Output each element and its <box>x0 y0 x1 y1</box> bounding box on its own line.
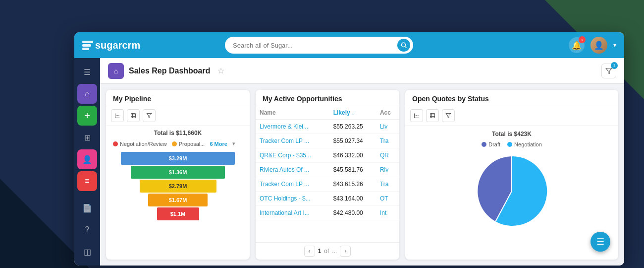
table-row: Tracker Com LP ... $55,027.34 Tra <box>256 134 399 148</box>
opportunities-body: Name Likely ↓ Acc Livermore & Klei. <box>256 106 399 242</box>
pipeline-total: Total is $11,660K <box>113 130 243 136</box>
opportunities-rows: Livermore & Klei... $55,263.25 Liv Track… <box>256 120 399 220</box>
opp-likely-3: $45,581.76 <box>329 163 376 177</box>
pipeline-legend: Negotiation/Review Proposal... 6 More ▾ <box>113 140 243 147</box>
pipeline-panel: My Pipeline <box>106 90 250 260</box>
funnel-bar-2: $1.36M <box>131 166 225 179</box>
opportunities-table: Name Likely ↓ Acc Livermore & Klei. <box>256 106 399 220</box>
pipeline-filter-button[interactable] <box>143 109 156 122</box>
sidebar-item-grid[interactable]: ⊞ <box>77 128 97 147</box>
proposal-dot <box>172 141 177 146</box>
opp-account-6[interactable]: Int <box>376 206 399 220</box>
sidebar-item-menu[interactable]: ☰ <box>77 62 97 82</box>
sidebar: ☰ ⌂ + ⊞ 👤 ≡ 📄 ? ◫ <box>74 58 100 266</box>
opportunities-panel: My Active Opportunities Name Likely ↓ <box>256 90 399 260</box>
svg-rect-3 <box>131 114 136 118</box>
dashboard-panels: My Pipeline <box>100 84 624 266</box>
favorite-star-icon[interactable]: ☆ <box>217 66 224 75</box>
opp-name-6[interactable]: International Art I... <box>256 206 329 220</box>
funnel-bar-4: $1.67M <box>148 194 208 206</box>
opp-likely-6: $42,480.00 <box>329 206 376 220</box>
notification-badge: 1 <box>579 36 586 43</box>
pie-chart <box>472 151 551 231</box>
opp-name-5[interactable]: OTC Holdings - $... <box>256 192 329 206</box>
opp-name-3[interactable]: Riviera Autos Of ... <box>256 163 329 177</box>
opp-account-4[interactable]: Tra <box>376 177 399 192</box>
col-likely[interactable]: Likely ↓ <box>329 106 376 120</box>
funnel-bar-5: $1.1M <box>157 207 199 220</box>
dashboard-header: ⌂ Sales Rep Dashboard ☆ 1 <box>100 58 624 84</box>
logo: sugarcrm <box>82 40 140 51</box>
table-row: Livermore & Klei... $55,263.25 Liv <box>256 120 399 134</box>
topbar: sugarcrm 🔔 1 👤 ▾ <box>74 32 624 58</box>
opp-account-0[interactable]: Liv <box>376 120 399 134</box>
opp-account-2[interactable]: QR <box>376 148 399 163</box>
opp-name-1[interactable]: Tracker Com LP ... <box>256 134 329 148</box>
svg-line-1 <box>405 47 407 48</box>
opp-account-1[interactable]: Tra <box>376 134 399 148</box>
quotes-body: Total is $423K Draft Negotiation <box>405 126 618 260</box>
opp-account-3[interactable]: Riv <box>376 163 399 177</box>
draft-dot <box>482 142 486 147</box>
search-input[interactable] <box>225 37 413 54</box>
notification-button[interactable]: 🔔 1 <box>569 37 585 53</box>
table-row: QR&E Corp - $35... $46,332.00 QR <box>256 148 399 163</box>
table-row: Tracker Com LP ... $43,615.26 Tra <box>256 177 399 192</box>
logo-text: sugarcrm <box>95 40 140 51</box>
next-page-button[interactable]: › <box>340 246 351 257</box>
sidebar-item-help[interactable]: ? <box>77 220 97 240</box>
avatar[interactable]: 👤 <box>590 37 607 54</box>
opp-likely-4: $43,615.26 <box>329 177 376 192</box>
topbar-right: 🔔 1 👤 ▾ <box>569 37 616 54</box>
quotes-table-view-button[interactable] <box>426 109 439 122</box>
opp-name-0[interactable]: Livermore & Klei... <box>256 120 329 134</box>
draft-label: Draft <box>488 141 500 147</box>
sidebar-item-list[interactable]: ≡ <box>77 171 97 191</box>
avatar-image: 👤 <box>590 37 607 54</box>
opp-account-5[interactable]: OT <box>376 192 399 206</box>
search-bar[interactable] <box>225 37 413 54</box>
legend-chevron-icon[interactable]: ▾ <box>232 140 235 147</box>
prev-page-button[interactable]: ‹ <box>304 246 315 257</box>
table-row: OTC Holdings - $... $43,164.00 OT <box>256 192 399 206</box>
more-button[interactable]: 6 More <box>210 141 227 147</box>
sugar-logo-icon <box>82 41 93 50</box>
opportunities-panel-title: My Active Opportunities <box>256 90 399 106</box>
opp-likely-5: $43,164.00 <box>329 192 376 206</box>
svg-rect-8 <box>430 114 435 118</box>
sort-icon: ↓ <box>352 110 354 116</box>
col-name: Name <box>256 106 329 120</box>
filter-badge: 1 <box>611 62 618 69</box>
quotes-chart-view-button[interactable] <box>410 109 423 122</box>
pipeline-body: Total is $11,660K Negotiation/Review Pro… <box>106 126 250 260</box>
proposal-label: Proposal... <box>179 141 205 147</box>
table-row: Riviera Autos Of ... $45,581.76 Riv <box>256 163 399 177</box>
svg-marker-12 <box>446 114 451 118</box>
col-account: Acc <box>376 106 399 120</box>
search-button[interactable] <box>397 39 410 52</box>
opp-name-4[interactable]: Tracker Com LP ... <box>256 177 329 192</box>
funnel-chart: $3.29M $1.36M $2.79M $1.67M $1.1M <box>113 152 243 220</box>
logo-layer-2 <box>82 44 91 47</box>
negotiation-label: Negotiation/Review <box>120 141 167 147</box>
quotes-filter-button[interactable] <box>442 109 455 122</box>
fab-button[interactable]: ☰ <box>590 232 610 252</box>
quotes-panel: Open Quotes by Status <box>405 90 618 260</box>
negotiation-dot <box>113 141 118 146</box>
sidebar-item-home[interactable]: ⌂ <box>77 84 97 104</box>
quotes-panel-title: Open Quotes by Status <box>405 90 618 106</box>
main-content: ⌂ Sales Rep Dashboard ☆ 1 My Pipeline <box>100 58 624 266</box>
sidebar-item-person[interactable]: 👤 <box>77 149 97 169</box>
sidebar-item-layers[interactable]: ◫ <box>77 242 97 262</box>
quotes-total: Total is $423K <box>492 131 532 137</box>
filter-button[interactable]: 1 <box>601 64 616 78</box>
table-header-row: Name Likely ↓ Acc <box>256 106 399 120</box>
dashboard-title: Sales Rep Dashboard <box>129 67 211 75</box>
opp-name-2[interactable]: QR&E Corp - $35... <box>256 148 329 163</box>
pipeline-table-view-button[interactable] <box>127 109 140 122</box>
sidebar-item-add[interactable]: + <box>77 106 97 126</box>
pipeline-chart-view-button[interactable] <box>111 109 124 122</box>
user-menu-chevron[interactable]: ▾ <box>613 42 616 49</box>
sidebar-item-doc[interactable]: 📄 <box>77 198 97 218</box>
opp-likely-0: $55,263.25 <box>329 120 376 134</box>
